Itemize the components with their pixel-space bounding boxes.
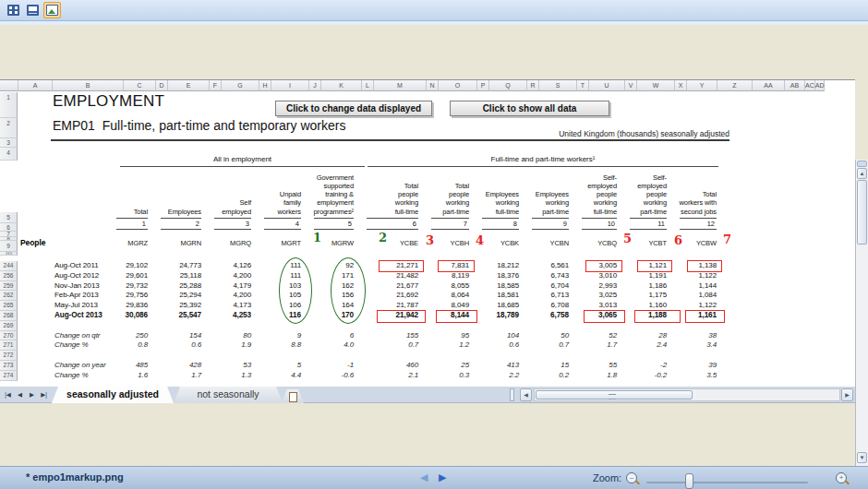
column-number-cell: 10: [569, 218, 617, 230]
row-number: 271: [0, 340, 18, 351]
table-row: Aug-Oct 201229,60125,1184,20011117121,48…: [18, 271, 717, 281]
insert-worksheet-tab[interactable]: [282, 389, 304, 403]
region-note: United Kingdom (thousands) seasonally ad…: [452, 129, 729, 138]
series-code: MGRQ: [201, 237, 251, 249]
viewer-toolbar: [0, 0, 868, 21]
column-header: Employees: [148, 208, 201, 217]
data-cell: 2,993: [569, 281, 617, 292]
data-cell: 29,836: [103, 301, 148, 311]
change-data-button[interactable]: Click to change data displayed: [275, 101, 432, 116]
data-cell: 3.5: [667, 371, 717, 381]
previous-image-icon[interactable]: ◀: [420, 471, 428, 483]
series-code: MGRN: [148, 237, 201, 249]
row-number: 2: [0, 118, 18, 138]
row-number: 265: [0, 301, 18, 311]
toolbar-divider: [0, 21, 868, 25]
column-number: 4: [264, 218, 301, 230]
table-row: Feb-Apr 201329,75625,2944,20010515621,69…: [18, 291, 717, 301]
data-cell: 0.2: [519, 371, 569, 381]
horizontal-scroll-thumb[interactable]: [536, 390, 693, 400]
scroll-up-icon[interactable]: ▲: [857, 168, 867, 179]
zoom-in-icon[interactable]: +: [836, 472, 847, 483]
column-number-cell: 11: [617, 218, 667, 230]
data-cell: 24,773: [148, 261, 201, 271]
column-letter: B: [53, 80, 124, 91]
last-sheet-icon[interactable]: ▶|: [38, 388, 50, 401]
row-number: 270: [0, 331, 18, 341]
new-sheet-icon: [289, 392, 297, 402]
data-cell: 4.0: [301, 340, 354, 351]
tab-not-seasonally-adjusted[interactable]: not seasonally adjusted: [174, 387, 283, 403]
first-sheet-icon[interactable]: |◀: [2, 388, 14, 401]
data-cell: 1.7: [569, 340, 617, 351]
scroll-left-icon[interactable]: ◀: [520, 388, 532, 401]
slideshow-view-icon[interactable]: [24, 2, 42, 18]
data-cell: 28: [617, 331, 667, 341]
data-cell: 6,704: [519, 281, 569, 292]
vertical-scroll-thumb[interactable]: [857, 180, 867, 244]
column-letter: Q: [489, 80, 527, 91]
column-letter: X: [675, 80, 687, 91]
red-box-annotation: [634, 310, 681, 323]
column-letter: F: [210, 80, 222, 91]
data-cell: 104: [469, 331, 519, 341]
red-box-annotation: [685, 310, 725, 323]
column-letter: K: [321, 80, 362, 91]
zoom-slider-thumb[interactable]: [685, 473, 693, 489]
zoom-slider-track[interactable]: [646, 482, 808, 483]
column-letter: C: [124, 80, 156, 91]
data-cell: 1,175: [617, 291, 667, 301]
column-number: 5: [314, 218, 354, 230]
prev-sheet-icon[interactable]: ◀: [14, 388, 26, 401]
thumbnails-view-icon[interactable]: [5, 2, 22, 18]
vertical-scrollbar[interactable]: ▲ ▼: [855, 160, 868, 466]
data-cell: 50: [519, 331, 569, 341]
data-cell: 250: [103, 331, 148, 341]
data-cell: 3,010: [569, 271, 617, 281]
data-cell: 0.3: [418, 371, 469, 381]
select-all-corner[interactable]: [0, 80, 18, 91]
sheet-title: EMPLOYMENT: [53, 92, 164, 111]
tab-split-handle[interactable]: [510, 388, 514, 401]
scroll-right-icon[interactable]: ▶: [841, 388, 853, 401]
red-box-annotation: [585, 260, 622, 272]
data-cell: 8,119: [418, 271, 469, 281]
green-ellipse-annotation: [331, 257, 366, 324]
next-sheet-icon[interactable]: ▶: [26, 388, 38, 401]
data-cell: 18,585: [469, 281, 519, 292]
row-label: May-Jul 2013: [18, 301, 103, 311]
scroll-down-icon[interactable]: ▼: [857, 452, 867, 463]
data-cell: 25,294: [148, 291, 201, 301]
column-number: 7: [431, 218, 469, 230]
column-letter: E: [168, 80, 210, 91]
data-cell: 0.6: [469, 340, 519, 351]
data-cell: 53: [201, 361, 251, 371]
row-label: Feb-Apr 2013: [18, 291, 103, 301]
show-all-data-button[interactable]: Click to show all data: [450, 101, 609, 116]
red-box-annotation: [379, 260, 424, 272]
column-header: Employees working full-time: [469, 190, 519, 217]
column-number: 8: [482, 218, 519, 230]
row-number: 256: [0, 271, 18, 281]
horizontal-scrollbar[interactable]: [534, 388, 840, 401]
column-number: 2: [161, 218, 201, 230]
column-number-row: 123456789101112: [103, 218, 717, 230]
image-view-icon[interactable]: [43, 2, 61, 18]
table-row: Nov-Jan 201329,73225,2884,17910316221,67…: [18, 281, 717, 292]
zoom-out-icon[interactable]: –: [626, 472, 637, 483]
column-letter: G: [222, 80, 259, 91]
column-letter: U: [589, 80, 625, 91]
column-letter: H: [259, 80, 271, 91]
row-label: Change %: [18, 371, 103, 381]
series-codes-row: PeopleMGRZMGRNMGRQMGRTMGRWYCBEYCBHYCBKYC…: [18, 237, 717, 249]
table-row: Change %1.61.71.34.4-0.62.10.32.20.21.8-…: [18, 371, 717, 381]
column-number-cell: 7: [418, 218, 469, 230]
data-cell: 25,288: [148, 281, 201, 292]
tab-seasonally-adjusted[interactable]: seasonally adjusted: [52, 387, 174, 403]
column-letter: L: [362, 80, 374, 91]
next-image-icon[interactable]: ▶: [439, 471, 446, 483]
column-letter: N: [427, 80, 439, 91]
vertical-split-handle[interactable]: [857, 161, 867, 167]
data-cell: 1.3: [201, 371, 251, 381]
data-cell: 3,025: [569, 291, 617, 301]
